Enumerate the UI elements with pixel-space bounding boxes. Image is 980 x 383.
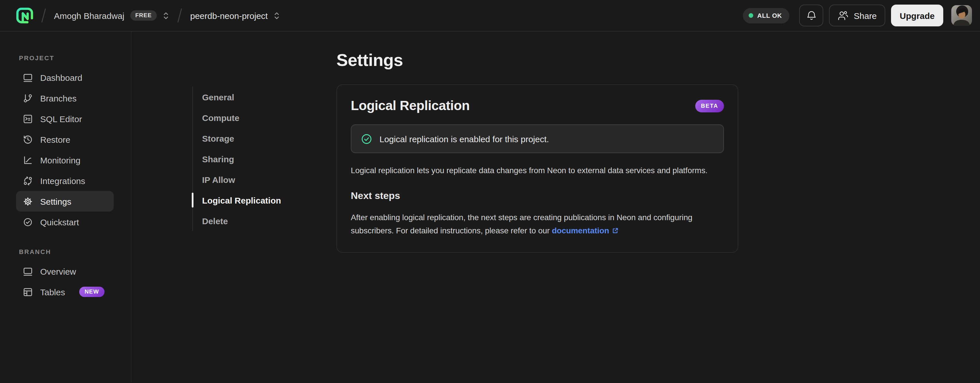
next-steps-text: After enabling logical replication, the … bbox=[351, 211, 724, 237]
git-branch-icon bbox=[23, 93, 33, 103]
window-icon bbox=[23, 73, 33, 82]
documentation-link-label: documentation bbox=[552, 226, 609, 235]
settings-tab-ip-allow[interactable]: IP Allow bbox=[192, 169, 336, 190]
sidebar-item-integrations[interactable]: Integrations bbox=[16, 170, 114, 191]
org-name: Amogh Bharadwaj bbox=[54, 11, 124, 21]
neon-console: Amogh Bharadwaj FREE peerdb-neon-project bbox=[0, 0, 980, 383]
breadcrumb-slash-icon bbox=[41, 8, 46, 24]
sidebar-item-restore[interactable]: Restore bbox=[16, 129, 114, 150]
settings-tab-compute[interactable]: Compute bbox=[192, 107, 336, 128]
settings-tab-sharing[interactable]: Sharing bbox=[192, 149, 336, 169]
sidebar-item-overview[interactable]: Overview bbox=[16, 261, 114, 282]
next-steps-heading: Next steps bbox=[351, 191, 724, 202]
neon-logo[interactable] bbox=[16, 7, 33, 24]
settings-tab-general[interactable]: General bbox=[192, 87, 336, 107]
alert-text: Logical replication is enabled for this … bbox=[380, 134, 549, 144]
sidebar-item-label: Quickstart bbox=[40, 217, 79, 227]
chevrons-up-down-icon bbox=[163, 11, 170, 20]
external-link-icon bbox=[611, 227, 619, 234]
sidebar-item-label: Tables bbox=[40, 287, 65, 297]
settings-tab-storage[interactable]: Storage bbox=[192, 128, 336, 149]
replication-enabled-alert: Logical replication is enabled for this … bbox=[351, 124, 724, 153]
notifications-button[interactable] bbox=[799, 5, 823, 26]
upgrade-button[interactable]: Upgrade bbox=[891, 5, 943, 26]
chart-icon bbox=[23, 155, 33, 165]
settings-tab-logical-replication[interactable]: Logical Replication bbox=[192, 190, 336, 210]
top-bar: Amogh Bharadwaj FREE peerdb-neon-project bbox=[0, 0, 980, 32]
bell-icon bbox=[806, 10, 817, 21]
logical-replication-card: Logical Replication BETA Logical replica… bbox=[336, 84, 738, 253]
next-steps-body: After enabling logical replication, the … bbox=[351, 213, 692, 235]
org-switcher[interactable]: Amogh Bharadwaj FREE bbox=[54, 10, 170, 21]
integrations-icon bbox=[23, 176, 33, 185]
sidebar-section-project: PROJECT bbox=[19, 54, 131, 61]
sidebar-item-label: Integrations bbox=[40, 176, 85, 185]
sidebar-item-label: Branches bbox=[40, 93, 76, 103]
settings-page: Settings Logical Replication BETA Logica… bbox=[336, 32, 738, 382]
sidebar-item-label: Monitoring bbox=[40, 155, 80, 165]
status-badge[interactable]: ALL OK bbox=[743, 8, 789, 23]
sidebar-item-label: Restore bbox=[40, 135, 70, 144]
users-icon bbox=[838, 10, 848, 21]
history-icon bbox=[23, 135, 33, 144]
sidebar-item-label: Overview bbox=[40, 266, 76, 276]
sidebar-item-label: SQL Editor bbox=[40, 114, 82, 123]
breadcrumb: Amogh Bharadwaj FREE peerdb-neon-project bbox=[16, 7, 280, 24]
status-label: ALL OK bbox=[757, 12, 782, 19]
sidebar-item-settings[interactable]: Settings bbox=[16, 191, 114, 212]
gear-icon bbox=[23, 196, 33, 206]
replication-description: Logical replication lets you replicate d… bbox=[351, 164, 724, 177]
plan-badge: FREE bbox=[130, 10, 157, 21]
sidebar-section-branch: BRANCH bbox=[19, 248, 131, 255]
top-bar-actions: ALL OK Share Upgrade bbox=[743, 5, 972, 26]
card-title: Logical Replication bbox=[351, 98, 469, 114]
project-name: peerdb-neon-project bbox=[190, 11, 268, 21]
sidebar-item-branches[interactable]: Branches bbox=[16, 88, 114, 108]
sidebar-item-sql-editor[interactable]: SQL Editor bbox=[16, 108, 114, 129]
sidebar-item-dashboard[interactable]: Dashboard bbox=[16, 67, 114, 88]
settings-nav: General Compute Storage Sharing IP Allow… bbox=[192, 32, 336, 382]
breadcrumb-slash-icon bbox=[177, 8, 183, 24]
terminal-icon bbox=[23, 114, 33, 123]
project-switcher[interactable]: peerdb-neon-project bbox=[190, 11, 280, 21]
avatar-photo bbox=[951, 5, 972, 26]
share-button[interactable]: Share bbox=[829, 5, 885, 26]
check-circle-icon bbox=[23, 217, 33, 227]
new-badge: NEW bbox=[80, 286, 104, 297]
page-title: Settings bbox=[336, 51, 738, 70]
neon-logo-icon bbox=[16, 7, 33, 24]
chevrons-up-down-icon bbox=[274, 11, 280, 20]
table-icon bbox=[23, 287, 33, 297]
sidebar-item-monitoring[interactable]: Monitoring bbox=[16, 150, 114, 170]
window-icon bbox=[23, 266, 33, 276]
user-avatar[interactable] bbox=[951, 5, 972, 26]
sidebar-item-tables[interactable]: Tables NEW bbox=[16, 282, 114, 302]
sidebar-item-label: Settings bbox=[40, 196, 71, 206]
share-label: Share bbox=[854, 11, 877, 21]
status-dot-icon bbox=[749, 13, 753, 18]
settings-tab-delete[interactable]: Delete bbox=[192, 210, 336, 231]
sidebar-item-quickstart[interactable]: Quickstart bbox=[16, 212, 114, 232]
success-check-circle-icon bbox=[361, 133, 372, 145]
beta-badge: BETA bbox=[695, 100, 724, 112]
sidebar: PROJECT Dashboard Branches SQ bbox=[0, 32, 132, 382]
documentation-link[interactable]: documentation bbox=[552, 226, 619, 235]
sidebar-item-label: Dashboard bbox=[40, 73, 83, 82]
